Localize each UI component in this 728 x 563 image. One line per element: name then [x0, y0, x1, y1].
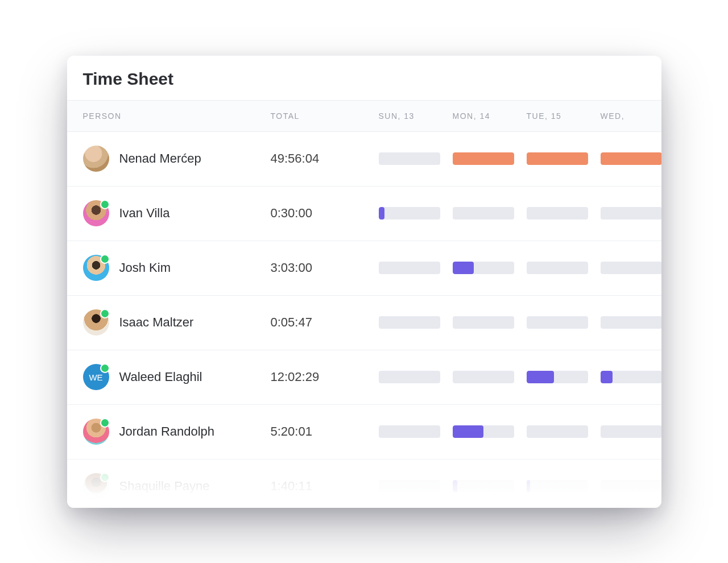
time-bar — [453, 371, 514, 383]
person-name: Jordan Randolph — [119, 424, 215, 439]
person-name: Nenad Merćep — [119, 151, 201, 166]
day-cell[interactable] — [601, 316, 661, 329]
col-day-0[interactable]: SUN, 13 — [379, 111, 453, 121]
day-cell[interactable] — [379, 152, 453, 165]
day-cell[interactable] — [601, 262, 661, 274]
time-bar-fill — [601, 371, 613, 383]
table-row[interactable]: Nenad Merćep49:56:04 — [67, 132, 661, 187]
total-time: 0:30:00 — [271, 206, 379, 221]
person-name: Shaquille Payne — [119, 479, 210, 494]
day-cell[interactable] — [379, 262, 453, 274]
avatar[interactable] — [83, 255, 109, 281]
person-cell: WEWaleed Elaghil — [83, 364, 271, 390]
table-row[interactable]: Jordan Randolph5:20:01 — [67, 405, 661, 459]
presence-dot-icon — [100, 473, 110, 482]
table-row[interactable]: Shaquille Payne1:40:11 — [67, 459, 661, 508]
time-bar — [453, 480, 514, 492]
day-cell[interactable] — [527, 152, 601, 165]
presence-dot-icon — [100, 254, 110, 264]
total-time: 1:40:11 — [271, 479, 379, 494]
person-cell: Isaac Maltzer — [83, 309, 271, 336]
time-bar-fill — [527, 480, 530, 492]
presence-dot-icon — [100, 200, 110, 209]
presence-dot-icon — [100, 363, 110, 373]
time-bar — [601, 152, 661, 165]
day-cell[interactable] — [453, 262, 527, 274]
time-bar — [601, 480, 661, 492]
total-time: 12:02:29 — [271, 370, 379, 384]
avatar[interactable] — [83, 419, 109, 445]
presence-dot-icon — [100, 418, 110, 428]
timesheet-card: Time Sheet PERSON TOTAL SUN, 13 MON, 14 … — [67, 56, 661, 508]
day-cell[interactable] — [601, 425, 661, 438]
time-bar — [527, 152, 588, 165]
day-cell[interactable] — [379, 316, 453, 329]
person-cell: Jordan Randolph — [83, 419, 271, 445]
col-person[interactable]: PERSON — [83, 111, 271, 121]
time-bar — [453, 262, 514, 274]
time-bar — [527, 316, 588, 329]
col-day-2[interactable]: TUE, 15 — [527, 111, 601, 121]
time-bar — [527, 371, 588, 383]
time-bar — [379, 316, 440, 329]
time-bar — [601, 371, 661, 383]
person-name: Isaac Maltzer — [119, 315, 194, 330]
table-row[interactable]: Josh Kim3:03:00 — [67, 241, 661, 296]
time-bar — [527, 425, 588, 438]
day-cell[interactable] — [379, 371, 453, 383]
day-cell[interactable] — [527, 262, 601, 274]
avatar[interactable] — [83, 309, 109, 336]
avatar[interactable]: WE — [83, 364, 109, 390]
person-name: Waleed Elaghil — [119, 370, 202, 384]
col-day-1[interactable]: MON, 14 — [453, 111, 527, 121]
day-cell[interactable] — [453, 425, 527, 438]
table-row[interactable]: Isaac Maltzer0:05:47 — [67, 296, 661, 350]
day-cell[interactable] — [527, 207, 601, 220]
time-bar — [453, 207, 514, 220]
time-bar-fill — [453, 152, 514, 165]
time-bar — [379, 262, 440, 274]
total-time: 5:20:01 — [271, 424, 379, 439]
day-cell[interactable] — [527, 316, 601, 329]
day-cell[interactable] — [527, 480, 601, 492]
day-cell[interactable] — [601, 480, 661, 492]
day-cell[interactable] — [601, 371, 661, 383]
table-row[interactable]: WEWaleed Elaghil12:02:29 — [67, 350, 661, 405]
day-cell[interactable] — [453, 371, 527, 383]
avatar-initials: WE — [89, 372, 102, 382]
day-cell[interactable] — [453, 207, 527, 220]
col-total[interactable]: TOTAL — [271, 111, 379, 121]
person-cell: Ivan Villa — [83, 200, 271, 226]
time-bar — [601, 316, 661, 329]
col-day-3[interactable]: WED, — [601, 111, 661, 121]
day-cell[interactable] — [453, 152, 527, 165]
day-cell[interactable] — [601, 152, 661, 165]
time-bar — [379, 152, 440, 165]
day-cell[interactable] — [453, 480, 527, 492]
day-cell[interactable] — [379, 480, 453, 492]
day-cell[interactable] — [527, 425, 601, 438]
time-bar — [379, 371, 440, 383]
avatar[interactable] — [83, 146, 109, 172]
table-header: PERSON TOTAL SUN, 13 MON, 14 TUE, 15 WED… — [67, 100, 661, 132]
day-cell[interactable] — [379, 207, 453, 220]
total-time: 49:56:04 — [271, 151, 379, 166]
table-row[interactable]: Ivan Villa0:30:00 — [67, 187, 661, 241]
time-bar — [379, 425, 440, 438]
time-bar — [601, 207, 661, 220]
time-bar — [601, 262, 661, 274]
total-time: 0:05:47 — [271, 315, 379, 330]
time-bar — [453, 152, 514, 165]
time-bar-fill — [379, 207, 385, 220]
day-cell[interactable] — [527, 371, 601, 383]
day-cell[interactable] — [453, 316, 527, 329]
time-bar-fill — [453, 262, 474, 274]
day-cell[interactable] — [601, 207, 661, 220]
person-name: Ivan Villa — [119, 206, 170, 221]
day-cell[interactable] — [379, 425, 453, 438]
avatar[interactable] — [83, 473, 109, 499]
time-bar — [379, 207, 440, 220]
person-name: Josh Kim — [119, 260, 171, 275]
time-bar — [379, 480, 440, 492]
avatar[interactable] — [83, 200, 109, 226]
